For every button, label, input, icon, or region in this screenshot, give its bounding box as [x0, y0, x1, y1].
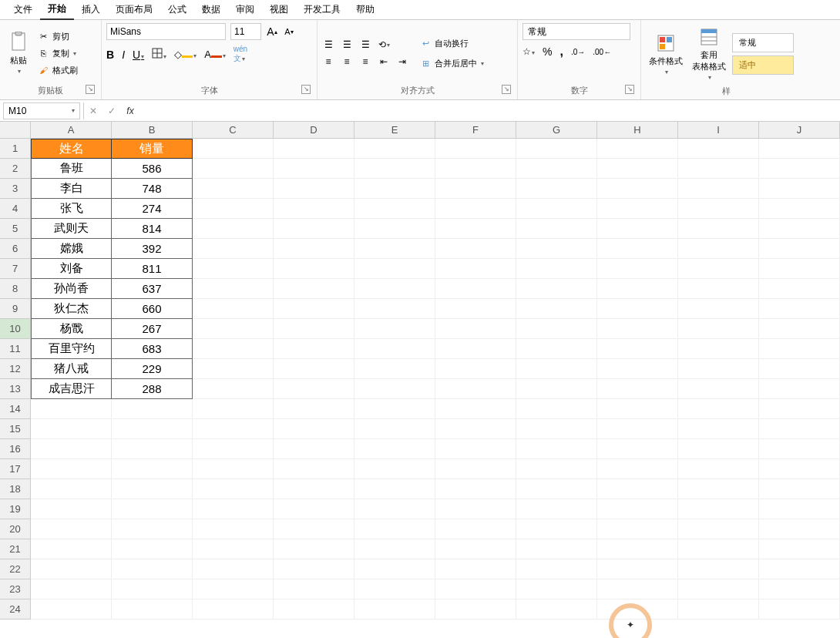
- cell-F11[interactable]: [435, 339, 516, 359]
- menu-item-开发工具[interactable]: 开发工具: [296, 0, 348, 19]
- cell-G22[interactable]: [516, 559, 597, 579]
- menu-item-页面布局[interactable]: 页面布局: [108, 0, 160, 19]
- cell-G14[interactable]: [516, 399, 597, 419]
- cell-H21[interactable]: [597, 539, 678, 559]
- cell-J7[interactable]: [759, 259, 840, 279]
- cell-E16[interactable]: [354, 439, 435, 459]
- col-header-G[interactable]: G: [516, 122, 597, 139]
- col-header-J[interactable]: J: [759, 122, 840, 139]
- select-all-corner[interactable]: [0, 122, 31, 139]
- col-header-D[interactable]: D: [274, 122, 354, 139]
- increase-decimal-button[interactable]: .0→: [571, 48, 585, 56]
- cell-G15[interactable]: [516, 419, 597, 439]
- cell-I3[interactable]: [678, 179, 759, 199]
- cell-style-normal[interactable]: 常规: [732, 33, 794, 52]
- format-painter-button[interactable]: 🖌 格式刷: [35, 62, 79, 78]
- bold-button[interactable]: B: [106, 49, 114, 61]
- cell-A24[interactable]: [31, 599, 112, 620]
- cell-E17[interactable]: [354, 459, 435, 479]
- cell-D1[interactable]: [274, 139, 354, 159]
- cell-I5[interactable]: [678, 219, 759, 239]
- cell-A15[interactable]: [31, 419, 112, 439]
- cell-H15[interactable]: [597, 419, 678, 439]
- cell-H4[interactable]: [597, 199, 678, 219]
- menu-item-插入[interactable]: 插入: [74, 0, 108, 19]
- cell-F2[interactable]: [435, 159, 516, 179]
- cell-A18[interactable]: [31, 479, 112, 499]
- cell-H8[interactable]: [597, 279, 678, 299]
- cell-I2[interactable]: [678, 159, 759, 179]
- cell-F16[interactable]: [435, 439, 516, 459]
- menu-item-帮助[interactable]: 帮助: [348, 0, 382, 19]
- cell-D23[interactable]: [274, 579, 354, 599]
- col-header-I[interactable]: I: [678, 122, 759, 139]
- cell-I19[interactable]: [678, 499, 759, 519]
- cell-F8[interactable]: [435, 279, 516, 299]
- cell-D10[interactable]: [274, 319, 354, 339]
- cell-E12[interactable]: [354, 359, 435, 379]
- cell-D9[interactable]: [274, 299, 354, 319]
- cell-I17[interactable]: [678, 459, 759, 479]
- cell-H19[interactable]: [597, 499, 678, 519]
- row-header-4[interactable]: 4: [0, 199, 31, 219]
- cell-G6[interactable]: [516, 239, 597, 259]
- cell-C8[interactable]: [193, 279, 274, 299]
- cell-B6[interactable]: 392: [112, 239, 193, 259]
- cell-I23[interactable]: [678, 579, 759, 599]
- menu-item-视图[interactable]: 视图: [262, 0, 296, 19]
- name-box[interactable]: M10 ▾: [3, 102, 80, 119]
- cell-J2[interactable]: [759, 159, 840, 179]
- cell-H20[interactable]: [597, 519, 678, 539]
- cell-H14[interactable]: [597, 399, 678, 419]
- cell-E21[interactable]: [354, 539, 435, 559]
- cell-E22[interactable]: [354, 559, 435, 579]
- cell-B18[interactable]: [112, 479, 193, 499]
- cell-C14[interactable]: [193, 399, 274, 419]
- row-header-11[interactable]: 11: [0, 339, 31, 359]
- cell-E7[interactable]: [354, 259, 435, 279]
- cell-F22[interactable]: [435, 559, 516, 579]
- cell-F17[interactable]: [435, 459, 516, 479]
- fill-color-button[interactable]: ◇▾: [174, 49, 197, 60]
- accept-formula-button[interactable]: ✓: [102, 102, 121, 119]
- increase-indent-icon[interactable]: ⇥: [396, 55, 408, 68]
- cell-I18[interactable]: [678, 479, 759, 499]
- cell-I21[interactable]: [678, 539, 759, 559]
- cell-D21[interactable]: [274, 539, 354, 559]
- cell-E3[interactable]: [354, 179, 435, 199]
- cell-C7[interactable]: [193, 259, 274, 279]
- phonetic-button[interactable]: wén文▾: [234, 45, 247, 64]
- cell-G12[interactable]: [516, 359, 597, 379]
- cell-C10[interactable]: [193, 319, 274, 339]
- cell-B16[interactable]: [112, 439, 193, 459]
- cell-C6[interactable]: [193, 239, 274, 259]
- cell-I9[interactable]: [678, 299, 759, 319]
- cell-A5[interactable]: 武则天: [31, 219, 112, 239]
- cell-B5[interactable]: 814: [112, 219, 193, 239]
- cell-B22[interactable]: [112, 559, 193, 579]
- cell-E24[interactable]: [354, 599, 435, 620]
- cell-C16[interactable]: [193, 439, 274, 459]
- cell-A2[interactable]: 鲁班: [31, 159, 112, 179]
- cell-A4[interactable]: 张飞: [31, 199, 112, 219]
- cell-B12[interactable]: 229: [112, 359, 193, 379]
- row-header-15[interactable]: 15: [0, 419, 31, 439]
- cell-G10[interactable]: [516, 319, 597, 339]
- row-header-24[interactable]: 24: [0, 599, 31, 620]
- cell-C17[interactable]: [193, 459, 274, 479]
- cell-J8[interactable]: [759, 279, 840, 299]
- cell-G16[interactable]: [516, 439, 597, 459]
- row-header-3[interactable]: 3: [0, 179, 31, 199]
- cell-B11[interactable]: 683: [112, 339, 193, 359]
- row-header-22[interactable]: 22: [0, 559, 31, 579]
- cell-E18[interactable]: [354, 479, 435, 499]
- cell-F7[interactable]: [435, 259, 516, 279]
- cell-B14[interactable]: [112, 399, 193, 419]
- cell-J14[interactable]: [759, 399, 840, 419]
- align-right-icon[interactable]: ≡: [359, 55, 371, 68]
- menu-item-文件[interactable]: 文件: [6, 0, 40, 19]
- table-format-button[interactable]: 套用 表格格式 ▾: [689, 23, 729, 84]
- cell-J23[interactable]: [759, 579, 840, 599]
- cell-D3[interactable]: [274, 179, 354, 199]
- cell-A16[interactable]: [31, 439, 112, 459]
